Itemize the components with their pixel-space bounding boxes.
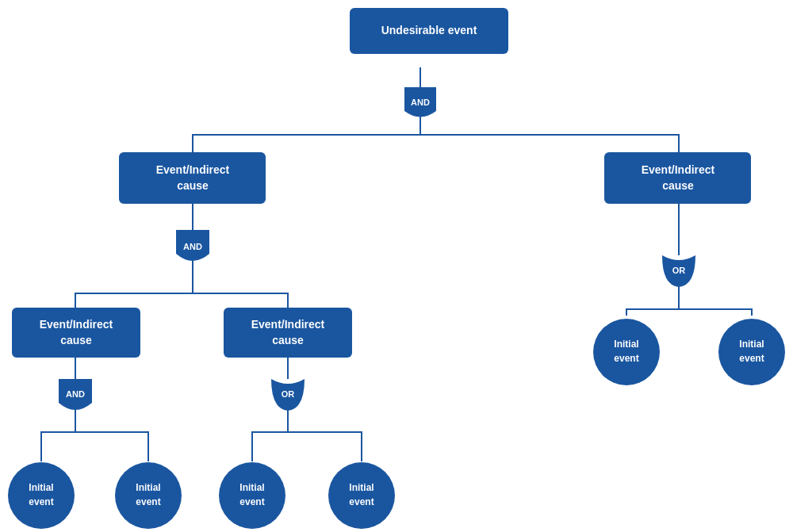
indirect-cause-right-label1: Event/Indirect	[642, 163, 715, 176]
initial-event-ll1-circle	[8, 462, 75, 529]
indirect-cause-ll-label2: cause	[60, 334, 92, 346]
and-gate-mid: AND	[176, 230, 209, 261]
fault-tree-diagram: Undesirable event AND Event/Indirect cau…	[0, 0, 793, 532]
or-gate-right: OR	[662, 255, 695, 287]
indirect-cause-left-box	[119, 152, 266, 204]
and-gate-top: AND	[404, 87, 436, 117]
svg-text:AND: AND	[183, 242, 202, 251]
initial-event-r2-circle	[718, 319, 785, 385]
initial-event-ll2-label1: Initial	[136, 482, 160, 493]
initial-event-r1-label1: Initial	[614, 339, 638, 350]
initial-event-r2-label2: event	[739, 353, 764, 364]
indirect-cause-right-box	[604, 152, 751, 204]
initial-event-ll2-circle	[115, 462, 182, 529]
svg-text:OR: OR	[672, 266, 686, 275]
initial-event-lr1-circle	[219, 462, 285, 529]
svg-text:AND: AND	[411, 98, 430, 107]
svg-text:AND: AND	[66, 389, 85, 399]
initial-event-ll1-label1: Initial	[29, 482, 53, 493]
indirect-cause-lr-label2: cause	[272, 334, 304, 346]
svg-text:OR: OR	[282, 389, 295, 399]
indirect-cause-lr-box	[224, 308, 352, 358]
initial-event-lr1-label2: event	[239, 496, 264, 507]
initial-event-lr2-label2: event	[349, 496, 374, 507]
initial-event-r2-label1: Initial	[739, 339, 764, 350]
initial-event-ll1-label2: event	[29, 496, 53, 507]
indirect-cause-left-label1: Event/Indirect	[156, 163, 230, 176]
indirect-cause-right-label2: cause	[662, 179, 694, 192]
indirect-cause-lr-label1: Event/Indirect	[251, 318, 325, 331]
initial-event-r1-circle	[593, 319, 660, 385]
or-gate-lr: OR	[271, 379, 305, 411]
initial-event-r1-label2: event	[614, 353, 638, 364]
initial-event-ll2-label2: event	[136, 496, 160, 507]
undesirable-event-label: Undesirable event	[381, 24, 477, 36]
indirect-cause-ll-label1: Event/Indirect	[40, 318, 113, 331]
indirect-cause-ll-box	[12, 308, 140, 358]
and-gate-ll: AND	[59, 379, 92, 410]
initial-event-lr2-label1: Initial	[349, 482, 374, 493]
initial-event-lr2-circle	[328, 462, 395, 529]
initial-event-lr1-label1: Initial	[239, 482, 264, 493]
indirect-cause-left-label2: cause	[177, 179, 209, 192]
